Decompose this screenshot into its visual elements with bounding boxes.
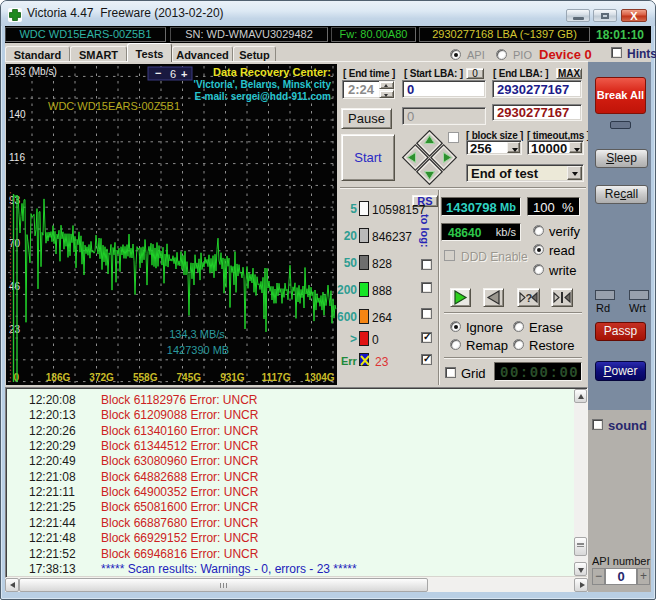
svg-text:Data Recovery Center:: Data Recovery Center: (213, 66, 331, 78)
svg-text:163 (Mb/s): 163 (Mb/s) (9, 66, 57, 77)
svg-text:46: 46 (9, 281, 21, 292)
svg-text:WDC WD15EARS-00Z5B1: WDC WD15EARS-00Z5B1 (48, 100, 180, 112)
svg-text:558G: 558G (133, 372, 158, 383)
svg-text:931G: 931G (220, 372, 245, 383)
svg-text:1117G: 1117G (262, 372, 291, 383)
svg-text:186G: 186G (46, 372, 71, 383)
svg-text:−: − (155, 67, 161, 79)
svg-text:745G: 745G (177, 372, 202, 383)
svg-text:372G: 372G (89, 372, 114, 383)
svg-text:134,3 MB/s: 134,3 MB/s (169, 328, 225, 340)
svg-text:116: 116 (9, 152, 25, 163)
svg-text:140: 140 (9, 109, 26, 120)
svg-text:70: 70 (9, 238, 21, 249)
svg-text:6: 6 (170, 68, 176, 80)
svg-text:1427390 MB: 1427390 MB (167, 344, 229, 356)
svg-text:+: + (181, 68, 187, 80)
svg-text:E-mail: sergei@hdd-911.com: E-mail: sergei@hdd-911.com (195, 91, 332, 102)
svg-text:'Victoria', Belarus, Minsk cit: 'Victoria', Belarus, Minsk city (194, 79, 332, 90)
svg-text:1304G: 1304G (305, 372, 335, 383)
